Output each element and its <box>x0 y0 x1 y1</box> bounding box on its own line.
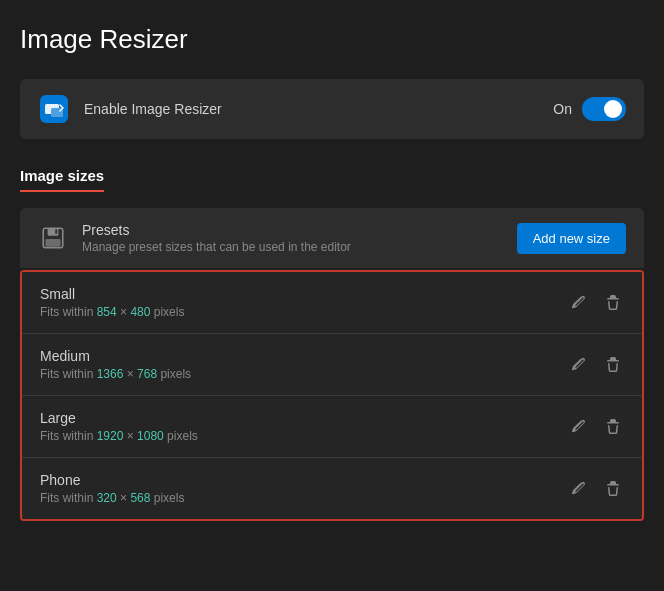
preset-actions-2 <box>568 416 624 438</box>
preset-desc-2: Fits within 1920 × 1080 pixels <box>40 429 568 443</box>
svg-rect-5 <box>45 239 60 247</box>
preset-info-2: Large Fits within 1920 × 1080 pixels <box>40 410 568 443</box>
edit-icon-0[interactable] <box>568 292 590 314</box>
enable-toggle-switch[interactable] <box>582 97 626 121</box>
preset-desc-1: Fits within 1366 × 768 pixels <box>40 367 568 381</box>
toggle-thumb <box>604 100 622 118</box>
edit-icon-3[interactable] <box>568 478 590 500</box>
preset-actions-1 <box>568 354 624 376</box>
presets-title: Presets <box>82 222 517 238</box>
edit-icon-2[interactable] <box>568 416 590 438</box>
preset-desc-3: Fits within 320 × 568 pixels <box>40 491 568 505</box>
preset-name-1: Medium <box>40 348 568 364</box>
toggle-track[interactable] <box>582 97 626 121</box>
svg-rect-6 <box>55 229 57 233</box>
add-new-size-button[interactable]: Add new size <box>517 223 626 254</box>
presets-header: Presets Manage preset sizes that can be … <box>20 208 644 268</box>
delete-icon-3[interactable] <box>602 478 624 500</box>
table-row: Small Fits within 854 × 480 pixels <box>22 272 642 334</box>
preset-name-3: Phone <box>40 472 568 488</box>
preset-desc-0: Fits within 854 × 480 pixels <box>40 305 568 319</box>
table-row: Phone Fits within 320 × 568 pixels <box>22 458 642 519</box>
delete-icon-1[interactable] <box>602 354 624 376</box>
preset-name-0: Small <box>40 286 568 302</box>
preset-info-1: Medium Fits within 1366 × 768 pixels <box>40 348 568 381</box>
preset-name-2: Large <box>40 410 568 426</box>
delete-icon-0[interactable] <box>602 292 624 314</box>
presets-list: Small Fits within 854 × 480 pixels <box>20 270 644 521</box>
page-title: Image Resizer <box>20 24 644 55</box>
image-sizes-section-title: Image sizes <box>20 167 104 192</box>
preset-actions-3 <box>568 478 624 500</box>
presets-subtitle: Manage preset sizes that can be used in … <box>82 240 517 254</box>
toggle-status-text: On <box>553 101 572 117</box>
preset-info-0: Small Fits within 854 × 480 pixels <box>40 286 568 319</box>
page-container: Image Resizer Enable Image Resizer On Im… <box>0 0 664 541</box>
enable-label: Enable Image Resizer <box>84 101 553 117</box>
preset-info-3: Phone Fits within 320 × 568 pixels <box>40 472 568 505</box>
presets-text: Presets Manage preset sizes that can be … <box>82 222 517 254</box>
table-row: Large Fits within 1920 × 1080 pixels <box>22 396 642 458</box>
delete-icon-2[interactable] <box>602 416 624 438</box>
presets-icon <box>38 223 68 253</box>
image-resizer-icon <box>38 93 70 125</box>
enable-toggle-row: Enable Image Resizer On <box>20 79 644 139</box>
preset-actions-0 <box>568 292 624 314</box>
edit-icon-1[interactable] <box>568 354 590 376</box>
table-row: Medium Fits within 1366 × 768 pixels <box>22 334 642 396</box>
